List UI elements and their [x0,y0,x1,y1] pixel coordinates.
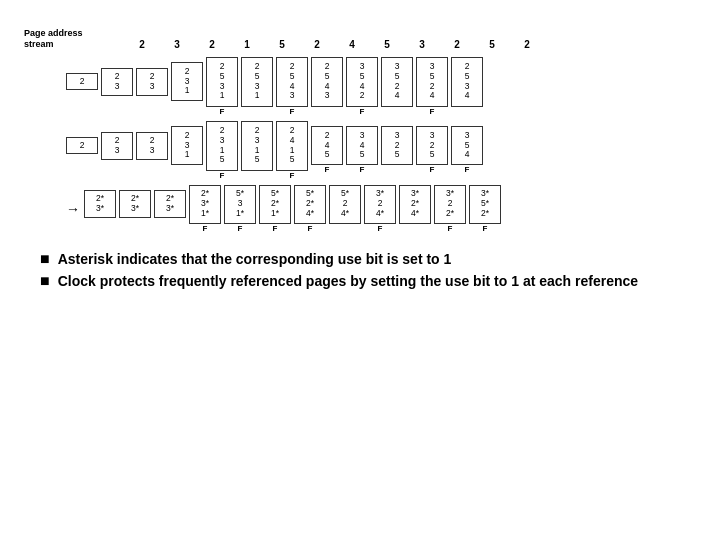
stream-value: 2 [511,39,543,50]
cell-group: 245F [311,126,343,175]
stream-value: 2 [196,39,228,50]
memory-cell: 2 [66,137,98,154]
cell-group: 325 [381,126,413,175]
cell-group: 3*5*2*F [469,185,501,234]
cell-group: 2415F [276,121,308,181]
cell-group: 2*3* [119,190,151,228]
cell-group: 23 [136,132,168,170]
bullet-item: ■Asterisk indicates that the correspondi… [40,250,696,268]
memory-cell: 3*22* [434,185,466,224]
cell-group: 2315 [241,121,273,181]
stream-value: 5 [476,39,508,50]
bullet-section: ■Asterisk indicates that the correspondi… [40,250,696,290]
fault-label: F [465,165,470,175]
memory-cell: 3542 [346,57,378,107]
stream-value: 3 [161,39,193,50]
cell-group: 5*24* [329,185,361,234]
clock-row: → 2*3*2*3*2*3*2*3*1*F5*31*F5*2*1*F5*2*4*… [24,185,696,234]
memory-cell: 5*24* [329,185,361,224]
memory-cell: 2534 [451,57,483,107]
cell-group: 2543 [311,57,343,117]
memory-cell: 5*31* [224,185,256,224]
memory-cell: 2531 [206,57,238,107]
stream-value: 3 [406,39,438,50]
fault-label: F [203,224,208,234]
cell-group: 2531 [241,57,273,117]
memory-cell: 3*5*2* [469,185,501,224]
cell-group: 2*3*1*F [189,185,221,234]
stream-value: 5 [266,39,298,50]
stream-value: 5 [371,39,403,50]
memory-cell: 3524 [416,57,448,107]
bullet-dot: ■ [40,273,50,289]
bullet-dot: ■ [40,251,50,267]
stream-value: 2 [441,39,473,50]
fault-label: F [220,107,225,117]
cell-group: 345F [346,126,378,175]
cell-group: 3*2*4* [399,185,431,234]
cell-group: 2543F [276,57,308,117]
cell-group: 2315F [206,121,238,181]
memory-cell: 2*3* [84,190,116,218]
fault-label: F [430,165,435,175]
cell-group: 23 [101,68,133,106]
fault-label: F [378,224,383,234]
memory-cell: 2*3*1* [189,185,221,224]
cell-group: 231 [171,126,203,175]
cell-group: 23 [101,132,133,170]
memory-cell: 2315 [206,121,238,171]
page: Page addressstream 232152453252 22323231… [0,0,720,540]
cell-group: 3*24*F [364,185,396,234]
memory-cell: 231 [171,126,203,165]
fault-label: F [290,107,295,117]
memory-cell: 2543 [311,57,343,107]
memory-cell: 231 [171,62,203,101]
stream-numbers: 232152453252 [126,39,543,50]
cell-group: 2*3* [154,190,186,228]
memory-cell: 2 [66,73,98,90]
cell-group: 3*22*F [434,185,466,234]
clock-cells: 2*3*2*3*2*3*2*3*1*F5*31*F5*2*1*F5*2*4*F5… [84,185,501,234]
stream-value: 2 [301,39,333,50]
memory-cell: 2*3* [119,190,151,218]
cell-group: 325F [416,126,448,175]
fault-label: F [360,165,365,175]
stream-value: 4 [336,39,368,50]
cell-group: 5*2*4*F [294,185,326,234]
fifo-cells: 223232312315F23152415F245F345F325325F354… [66,121,483,181]
fault-label: F [325,165,330,175]
memory-cell: 3*2*4* [399,185,431,224]
cell-group: 2*3* [84,190,116,228]
memory-cell: 3*24* [364,185,396,224]
memory-cell: 2315 [241,121,273,171]
cell-group: 5*31*F [224,185,256,234]
memory-cell: 3524 [381,57,413,107]
bullet-item: ■Clock protects frequently referenced pa… [40,272,696,290]
memory-cell: 23 [101,68,133,96]
memory-cell: 345 [346,126,378,165]
lru-row: 223232312531F25312543F25433542F35243524F… [24,57,696,117]
memory-cell: 354 [451,126,483,165]
memory-cell: 2543 [276,57,308,107]
memory-cell: 5*2*1* [259,185,291,224]
fault-label: F [448,224,453,234]
stream-value: 1 [231,39,263,50]
fault-label: F [483,224,488,234]
fault-label: F [430,107,435,117]
cell-group: 3524 [381,57,413,117]
cell-group: 354F [451,126,483,175]
memory-cell: 2415 [276,121,308,171]
clock-arrow: → [66,201,80,217]
fault-label: F [360,107,365,117]
fault-label: F [220,171,225,181]
bullet-text: Clock protects frequently referenced pag… [58,272,638,290]
cell-group: 2 [66,73,98,100]
memory-cell: 23 [136,132,168,160]
memory-cell: 325 [381,126,413,165]
memory-cell: 2*3* [154,190,186,218]
memory-cell: 23 [101,132,133,160]
stream-label: Page addressstream [24,28,126,50]
cell-group: 3524F [416,57,448,117]
memory-cell: 325 [416,126,448,165]
cell-group: 2531F [206,57,238,117]
